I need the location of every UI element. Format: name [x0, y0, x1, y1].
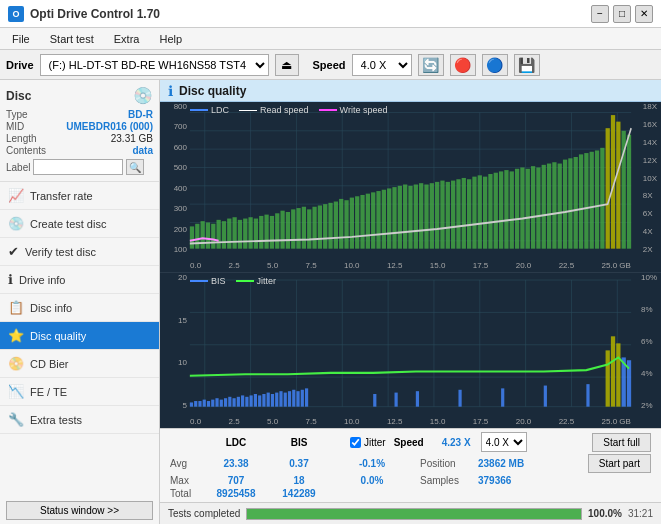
svg-rect-27: [238, 220, 242, 249]
svg-rect-94: [595, 150, 599, 248]
legend-write-speed: Write speed: [340, 105, 388, 115]
status-window-button[interactable]: Status window >>: [6, 501, 153, 520]
svg-rect-140: [292, 390, 295, 407]
disc-label-input[interactable]: [33, 159, 123, 175]
menu-start-test[interactable]: Start test: [46, 32, 98, 46]
svg-rect-149: [544, 386, 547, 407]
svg-rect-88: [563, 160, 567, 249]
drive-bar: Drive (F:) HL-DT-ST BD-RE WH16NS58 TST4 …: [0, 50, 661, 80]
nav-disc-info-label: Disc info: [30, 302, 72, 314]
progress-fill: [247, 509, 581, 519]
chart2-legend: BIS Jitter: [190, 276, 276, 286]
svg-rect-49: [355, 196, 359, 248]
svg-rect-65: [440, 181, 444, 249]
svg-rect-98: [616, 122, 620, 249]
svg-rect-20: [201, 221, 205, 248]
svg-rect-141: [296, 391, 299, 406]
nav-disc-info[interactable]: 📋 Disc info: [0, 294, 159, 322]
svg-rect-150: [586, 384, 589, 407]
svg-rect-39: [302, 207, 306, 249]
start-part-button[interactable]: Start part: [588, 454, 651, 473]
svg-rect-35: [280, 211, 284, 249]
svg-rect-77: [504, 170, 508, 249]
format-button[interactable]: 🔵: [482, 54, 508, 76]
nav-cd-bier[interactable]: 📀 CD Bier: [0, 350, 159, 378]
svg-rect-87: [558, 164, 562, 249]
speed-select-inline[interactable]: 4.0 X: [481, 432, 527, 452]
svg-rect-142: [301, 390, 304, 407]
title-bar: O Opti Drive Control 1.70 − □ ✕: [0, 0, 661, 28]
svg-rect-36: [286, 212, 290, 249]
menu-extra[interactable]: Extra: [110, 32, 144, 46]
disc-section: Disc 💿 Type BD-R MID UMEBDR016 (000) Len…: [0, 80, 159, 182]
svg-rect-61: [419, 183, 423, 248]
label-search-button[interactable]: 🔍: [126, 159, 144, 175]
svg-rect-78: [510, 171, 514, 248]
max-label: Max: [170, 475, 198, 486]
maximize-button[interactable]: □: [613, 5, 631, 23]
legend-jitter: Jitter: [257, 276, 277, 286]
nav-verify-test-disc[interactable]: ✔ Verify test disc: [0, 238, 159, 266]
menu-file[interactable]: File: [8, 32, 34, 46]
avg-label: Avg: [170, 458, 198, 469]
svg-rect-127: [237, 397, 240, 407]
svg-rect-153: [616, 344, 620, 407]
position-val: 23862 MB: [478, 458, 524, 469]
progress-track: [246, 508, 582, 520]
svg-rect-130: [250, 396, 253, 407]
svg-rect-92: [584, 153, 588, 249]
disc-length-label: Length: [6, 133, 37, 144]
erase-button[interactable]: 🔴: [450, 54, 476, 76]
svg-rect-74: [488, 174, 492, 249]
refresh-button[interactable]: 🔄: [418, 54, 444, 76]
svg-rect-43: [323, 204, 327, 249]
svg-rect-66: [446, 182, 450, 249]
nav-drive-info[interactable]: ℹ Drive info: [0, 266, 159, 294]
disc-title: Disc: [6, 89, 31, 103]
svg-rect-91: [579, 154, 583, 248]
minimize-button[interactable]: −: [591, 5, 609, 23]
stats-bar: LDC BIS Jitter Speed 4.23 X 4.0 X Start …: [160, 428, 661, 502]
drive-select[interactable]: (F:) HL-DT-ST BD-RE WH16NS58 TST4: [40, 54, 269, 76]
verify-test-disc-icon: ✔: [8, 244, 19, 259]
disc-quality-header: ℹ Disc quality: [160, 80, 661, 102]
svg-rect-21: [206, 222, 210, 248]
speed-select[interactable]: 4.0 X: [352, 54, 412, 76]
svg-rect-124: [224, 398, 227, 406]
nav-disc-quality[interactable]: ⭐ Disc quality: [0, 322, 159, 350]
svg-rect-59: [408, 186, 412, 249]
legend-bis: BIS: [211, 276, 226, 286]
svg-rect-146: [416, 391, 419, 406]
menu-bar: File Start test Extra Help: [0, 28, 661, 50]
nav-transfer-rate[interactable]: 📈 Transfer rate: [0, 182, 159, 210]
svg-rect-144: [373, 394, 376, 407]
sidebar: Disc 💿 Type BD-R MID UMEBDR016 (000) Len…: [0, 80, 160, 524]
svg-rect-22: [211, 224, 215, 249]
svg-rect-28: [243, 219, 247, 249]
chart2-container: BIS Jitter 20 15 10 5 10%: [160, 273, 661, 428]
svg-rect-132: [258, 396, 261, 407]
menu-help[interactable]: Help: [155, 32, 186, 46]
svg-rect-128: [241, 396, 244, 407]
svg-rect-51: [366, 194, 370, 249]
close-button[interactable]: ✕: [635, 5, 653, 23]
svg-rect-30: [254, 219, 258, 249]
svg-rect-84: [542, 165, 546, 249]
save-button[interactable]: 💾: [514, 54, 540, 76]
eject-button[interactable]: ⏏: [275, 54, 299, 76]
drive-label: Drive: [6, 59, 34, 71]
svg-rect-89: [568, 158, 572, 248]
svg-rect-56: [392, 187, 396, 249]
svg-rect-76: [499, 171, 503, 248]
jitter-checkbox[interactable]: [350, 437, 361, 448]
nav-create-test-disc[interactable]: 💿 Create test disc: [0, 210, 159, 238]
start-full-button[interactable]: Start full: [592, 433, 651, 452]
svg-rect-116: [190, 403, 193, 407]
nav-extra-tests[interactable]: 🔧 Extra tests: [0, 406, 159, 434]
svg-rect-119: [203, 400, 206, 407]
nav-fe-te[interactable]: 📉 FE / TE: [0, 378, 159, 406]
svg-rect-33: [270, 216, 274, 249]
jitter-checkbox-label[interactable]: Jitter: [350, 437, 386, 448]
svg-rect-23: [216, 220, 220, 249]
svg-rect-138: [284, 393, 287, 407]
